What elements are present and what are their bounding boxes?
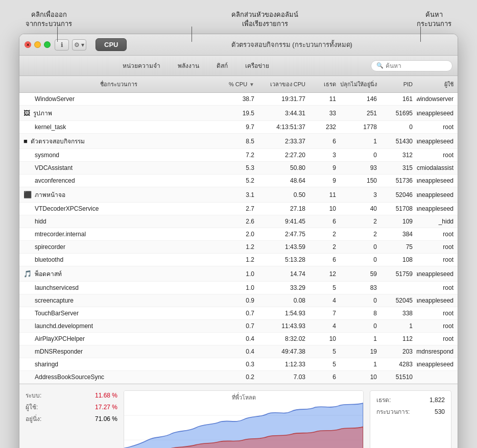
cell-user: janeappleseed [417, 188, 458, 201]
stat-system-row: ระบบ: 11.68 % [26, 390, 117, 400]
cell-name: VDCAssistant [19, 163, 218, 173]
col-header-user[interactable]: ผู้ใช้ [417, 78, 458, 90]
table-row[interactable]: ⬛ภาพหน้าจอ3.10.5011352046janeappleseed [19, 187, 458, 203]
tab-network[interactable]: เครือข่าย [237, 59, 277, 72]
col-cpu-label: % CPU [229, 81, 247, 87]
cell-wakeups: 59 [340, 267, 381, 280]
cell-cpu: 0.7 [218, 308, 258, 318]
stat-system-value: 11.68 % [95, 392, 117, 399]
cell-name: ■ตัวตรวจสอบกิจกรรม [19, 135, 218, 147]
table-row[interactable]: VDCAssistant5.350.80993315_cmiodalassist [19, 162, 458, 175]
cell-time: 1:54.93 [258, 308, 309, 318]
cell-threads: 33 [309, 107, 340, 119]
tab-energy[interactable]: พลังงาน [170, 59, 207, 72]
process-name: launchservicesd [35, 284, 79, 291]
cell-name: screencapture [19, 295, 218, 306]
cell-wakeups: 1 [340, 135, 381, 147]
cell-name: mtrecorder.internal [19, 229, 218, 239]
process-icon: ■ [23, 137, 28, 145]
cell-wakeups: 1 [340, 359, 381, 369]
table-row[interactable]: mDNSResponder0.449:47.38519203_mdnsrespo… [19, 345, 458, 358]
stat-processes-value: 530 [435, 408, 445, 415]
cell-cpu: 1.0 [218, 267, 258, 280]
gear-button[interactable]: ⚙ ▾ [72, 39, 86, 51]
process-name: WindowServer [35, 95, 75, 103]
cell-threads: 5 [309, 359, 340, 369]
table-row[interactable]: sysmond7.22:27.2030312root [19, 149, 458, 162]
col-header-pid[interactable]: PID [381, 78, 417, 90]
stat-system-label: ระบบ: [26, 390, 54, 400]
table-row[interactable]: AddressBookSourceSync0.27.0361051510 [19, 371, 458, 384]
cell-time: 9:41.45 [258, 216, 309, 227]
cell-time: 1:12.33 [258, 359, 309, 369]
tab-memory[interactable]: หน่วยความจำ [114, 59, 169, 72]
table-row[interactable]: sharingd0.31:12.33514283janeappleseed [19, 358, 458, 371]
cell-cpu: 5.2 [218, 176, 258, 186]
sort-arrow-icon: ▼ [249, 82, 254, 87]
search-box[interactable]: 🔍 [371, 60, 452, 71]
cell-name: bluetoothd [19, 255, 218, 265]
table-row[interactable]: spirecorder1.21:43.592075root [19, 241, 458, 254]
cell-cpu: 9.7 [218, 122, 258, 132]
cell-time: 11:43.93 [258, 321, 309, 331]
maximize-button[interactable] [44, 41, 51, 48]
table-row[interactable]: avconferenced5.248.64915051736janeapples… [19, 175, 458, 187]
col-header-name[interactable]: ชื่อกระบวนการ [19, 78, 218, 90]
cell-wakeups: 1778 [340, 122, 381, 132]
table-row[interactable]: launchservicesd1.033.29583root [19, 282, 458, 294]
table-row[interactable]: mtrecorder.internal2.02:47.7522384root [19, 228, 458, 241]
table-row[interactable]: kernel_task9.74:13:51:3723217780root [19, 121, 458, 134]
cell-threads: 5 [309, 346, 340, 357]
annotation-quit-text: คลิกเพื่อออก จากกระบวนการ [26, 11, 72, 28]
cell-threads: 2 [309, 229, 340, 239]
process-icon: 🖼 [23, 109, 30, 117]
col-header-time[interactable]: เวลาของ CPU [258, 78, 309, 90]
stat-idle-label: อยู่นิ่ง: [26, 414, 54, 424]
process-name: launchd.development [35, 322, 93, 330]
process-name: ภาพหน้าจอ [35, 190, 65, 200]
cell-time: 2:33.37 [258, 135, 309, 147]
cell-user: janeappleseed [417, 204, 458, 214]
cell-threads: 11 [309, 188, 340, 201]
table-row[interactable]: AirPlayXPCHelper0.48:32.02101112root [19, 333, 458, 345]
table-row[interactable]: ■ตัวตรวจสอบกิจกรรม8.52:33.376151430janea… [19, 134, 458, 149]
annotation-search-text: ค้นหา กระบวนการ [417, 11, 451, 28]
cell-time: 49:47.38 [258, 346, 309, 357]
cell-wakeups: 2 [340, 216, 381, 227]
main-window: ✕ ℹ ⚙ ▾ CPU ตัวตรวจสอบกิจกรรม (กระบวนการ… [19, 34, 458, 448]
process-icon: ⬛ [23, 191, 32, 198]
search-input[interactable] [386, 62, 447, 69]
process-name: kernel_task [35, 123, 66, 131]
process-icon: 🎵 [23, 270, 32, 278]
table-row[interactable]: WindowServer38.719:31.7711146161_windows… [19, 93, 458, 106]
stat-user-value: 17.27 % [95, 404, 117, 411]
cell-pid: 203 [381, 346, 417, 357]
cell-pid: 109 [381, 216, 417, 227]
col-header-threads[interactable]: เธรด [309, 78, 340, 90]
arrow-line-sort [192, 27, 192, 42]
cell-time: 4:13:51:37 [258, 122, 309, 132]
table-row[interactable]: bluetoothd1.25:13.2860108root [19, 254, 458, 266]
traffic-lights: ✕ [25, 41, 51, 48]
table-row[interactable]: 🖼รูปภาพ19.53:44.313325151695janeapplesee… [19, 106, 458, 121]
cell-pid: 51430 [381, 135, 417, 147]
close-button[interactable]: ✕ [25, 41, 31, 48]
table-row[interactable]: launchd.development0.711:43.93401root [19, 320, 458, 333]
cpu-button[interactable]: CPU [96, 38, 127, 51]
cell-wakeups: 0 [340, 295, 381, 306]
col-header-cpu[interactable]: % CPU ▼ [218, 78, 258, 90]
cell-pid: 384 [381, 229, 417, 239]
table-row[interactable]: 🎵พ็อดคาสท์1.014.74125951759janeappleseed [19, 266, 458, 282]
table-row[interactable]: TouchBarServer0.71:54.9378338root [19, 307, 458, 320]
table-row[interactable]: VTDecoderXPCService2.727.18104051708jane… [19, 203, 458, 215]
process-name: mDNSResponder [35, 348, 83, 355]
col-header-wakeups[interactable]: ปลุกไม่ให้อยู่นิ่ง [340, 78, 381, 90]
table-row[interactable]: screencapture0.90.084052045janeappleseed [19, 294, 458, 307]
cell-user [417, 372, 458, 382]
minimize-button[interactable] [34, 41, 41, 48]
cell-wakeups: 0 [340, 150, 381, 160]
cell-threads: 2 [309, 242, 340, 252]
table-row[interactable]: hidd2.69:41.4562109_hidd [19, 215, 458, 228]
tab-disk[interactable]: ดิสก์ [208, 59, 236, 72]
cell-wakeups: 3 [340, 188, 381, 201]
